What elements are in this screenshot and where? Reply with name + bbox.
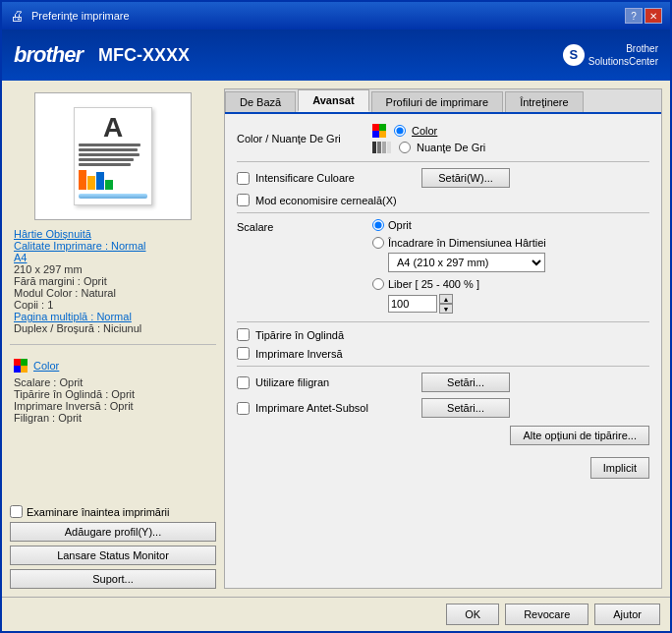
scalare-incadrare-label: Încadrare în Dimensiunea Hârtiei [388,237,546,249]
scalare-options: Oprit Încadrare în Dimensiunea Hârtiei A… [372,219,546,314]
header-bar: brother MFC-XXXX S Brother SolutionsCent… [2,29,670,81]
setari-intensificare-button[interactable]: Setări(W)... [421,168,510,188]
quality-link[interactable]: Calitate Imprimare : Normal [14,240,145,252]
sep-2 [237,161,649,162]
help-button[interactable]: ? [625,8,643,24]
sep-3 [237,212,649,213]
ok-button[interactable]: OK [446,604,499,625]
inversa-checkbox[interactable] [237,347,250,360]
title-bar-buttons: ? ✕ [625,8,662,24]
intensificare-label: Intensificare Culoare [255,172,355,184]
intensificare-checkbox[interactable] [237,172,250,185]
scalare-label: Scalare [237,219,364,233]
scalare-incadrare-row: Încadrare în Dimensiunea Hârtiei [372,237,546,249]
model-name: MFC-XXXX [98,45,547,66]
multi-page-link[interactable]: Pagina multiplă : Normal [14,311,132,322]
setari-filigran-button[interactable]: Setări... [421,373,510,392]
antet-checkbox[interactable] [237,402,250,415]
filigran-checkbox[interactable] [237,376,250,389]
print-preview: A [34,92,192,220]
footer: OK Revocare Ajutor [2,597,670,631]
alte-optiuni-row: Alte opţiuni de tipărire... [237,426,649,445]
antet-label: Imprimare Antet-Subsol [255,402,368,414]
color-info-section: Color [10,359,216,373]
scalare-liber-radio[interactable] [372,278,384,290]
ajutor-button[interactable]: Ajutor [594,604,660,625]
preview-checkbox-row: Examinare înaintea imprimării [10,505,216,518]
sep-4 [237,321,649,322]
scalare-paper-select[interactable]: A4 (210 x 297 mm) [388,253,545,272]
antet-row: Imprimare Antet-Subsol Setări... [237,398,649,418]
spin-up-button[interactable]: ▲ [439,294,453,304]
color-nuante-row: Color / Nuanţe De Gri Color [237,124,649,153]
nuante-row: Nuanţe De Gri [372,142,485,153]
add-profile-button[interactable]: Adăugare profil(Y)... [10,522,216,542]
close-button[interactable]: ✕ [644,8,662,24]
spin-buttons: ▲ ▼ [439,294,453,314]
paper-type-link[interactable]: Hârtie Obişnuită [14,228,91,240]
size-link[interactable]: A4 [14,252,27,263]
revocare-button[interactable]: Revocare [505,604,588,625]
footer-buttons: OK Revocare Ajutor [446,604,660,625]
printer-icon: 🖨 [10,8,24,24]
scalare-oprit-radio[interactable] [372,219,384,231]
content-area: A [2,81,670,597]
separator-1 [10,344,216,345]
spin-down-button[interactable]: ▼ [439,304,453,314]
color-palette-icon-2 [372,124,386,138]
oglinda-label: Tipărire în Oglindă [255,329,344,341]
implicit-row: Implicit [237,453,649,483]
color-details: Scalare : Oprit Tipărire în Oglindă : Op… [10,376,216,424]
scalare-liber-row: Liber [ 25 - 400 % ] [372,278,546,290]
info-section: Hârtie Obişnuită Calitate Imprimare : No… [10,228,216,334]
scaling-info: Scalare : Oprit [14,376,83,388]
economisire-row: Mod economisire cerneală(X) [237,194,649,206]
scalare-oprit-label: Oprit [388,219,412,231]
nuante-radio[interactable] [399,142,411,153]
dimensions-text: 210 x 297 mm [14,263,83,275]
preview-chart [79,170,147,190]
preview-checkbox[interactable] [10,505,23,518]
tab-intretinere[interactable]: Întreţinere [505,91,584,112]
implicit-button[interactable]: Implicit [590,457,649,479]
scalare-spin-input[interactable] [388,295,437,313]
solutions-center: S Brother SolutionsCenter [563,42,658,68]
color-nuante-options: Color Nuanţe De Gri [372,124,485,153]
sep-5 [237,366,649,367]
margins-text: Fără margini : Oprit [14,275,107,287]
tab-avansat[interactable]: Avansat [298,89,368,112]
filigran-label-group: Utilizare filigran [237,376,414,389]
scalare-incadrare-group: Încadrare în Dimensiunea Hârtiei A4 (210… [372,237,546,272]
filigran-info: Filigran : Oprit [14,412,82,424]
color-link[interactable]: Color [33,360,59,372]
economisire-checkbox[interactable] [237,194,250,206]
color-label: Color [412,125,437,137]
tab-bar: De Bază Avansat Profiluri de imprimare Î… [225,89,661,114]
brand-logo: brother [14,42,83,68]
inversa-row: Imprimare Inversă [237,347,649,360]
scalare-dropdown-row: A4 (210 x 297 mm) [388,253,546,272]
window-title: Preferinţe imprimare [31,10,617,22]
preview-letter: A [79,114,147,142]
tab-content-avansat: Color / Nuanţe De Gri Color [225,114,661,588]
alte-optiuni-button[interactable]: Alte opţiuni de tipărire... [510,426,649,445]
status-monitor-button[interactable]: Lansare Status Monitor [10,546,216,565]
color-mode-text: Modul Color : Natural [14,287,116,299]
preview-image [79,194,147,199]
intensificare-label-group: Intensificare Culoare [237,172,414,185]
oglinda-checkbox[interactable] [237,328,250,341]
preview-label: Examinare înaintea imprimării [27,506,170,518]
mirror-info: Tipărire în Oglindă : Oprit [14,388,135,400]
tab-profiluri[interactable]: Profiluri de imprimare [371,91,504,112]
left-bottom-section: Examinare înaintea imprimării Adăugare p… [10,497,216,589]
title-bar: 🖨 Preferinţe imprimare ? ✕ [2,2,670,29]
setari-antet-button[interactable]: Setări... [421,398,510,418]
color-radio[interactable] [394,125,406,137]
filigran-row: Utilizare filigran Setări... [237,373,649,392]
tab-de-baza[interactable]: De Bază [225,91,296,112]
scalare-incadrare-radio[interactable] [372,237,384,249]
right-panel: De Bază Avansat Profiluri de imprimare Î… [224,88,662,589]
economisire-label: Mod economisire cerneală(X) [255,195,397,206]
nuante-label: Nuanţe De Gri [417,142,485,153]
support-button[interactable]: Suport... [10,569,216,589]
